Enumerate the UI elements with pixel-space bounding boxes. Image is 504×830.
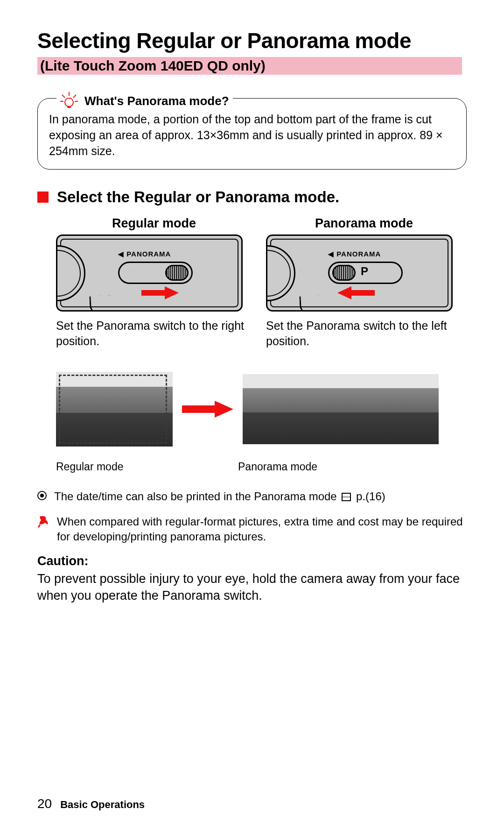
panorama-label: ◀ PANORAMA [328, 250, 381, 258]
page-number: 20 [37, 796, 52, 811]
page-ref-icon [342, 490, 351, 505]
svg-point-0 [65, 98, 73, 106]
regular-photo [56, 372, 173, 447]
regular-mode-heading: Regular mode [56, 216, 252, 231]
red-square-icon [37, 192, 49, 203]
note-cost-text: When compared with regular-format pictur… [57, 514, 471, 545]
caution-block: Caution: To prevent possible injury to y… [37, 554, 471, 604]
section-heading-row: Select the Regular or Panorama mode. [37, 188, 471, 206]
tip-body: In panorama mode, a portion of the top a… [49, 112, 455, 159]
note-date: The date/time can also be printed in the… [37, 489, 471, 505]
switch-knob [165, 265, 189, 281]
tip-box: What's Panorama mode? In panorama mode, … [37, 98, 467, 170]
caution-heading: Caution: [37, 554, 471, 568]
photo-comparison-row [56, 372, 471, 447]
lightbulb-icon [58, 90, 80, 112]
panorama-photo [243, 374, 439, 444]
page-footer: 20 Basic Operations [37, 796, 145, 811]
p-mark: P [361, 265, 368, 278]
caution-body: To prevent possible injury to your eye, … [37, 570, 471, 604]
bullet-icon [37, 491, 47, 500]
pushpin-icon [37, 514, 49, 545]
switch-knob [332, 265, 356, 281]
panorama-camera-diagram: ◀ PANORAMA P [266, 234, 453, 312]
svg-line-3 [73, 95, 76, 98]
panorama-switch [118, 262, 193, 284]
panorama-caption: Set the Panorama switch to the left posi… [266, 318, 462, 348]
tip-heading: What's Panorama mode? [84, 94, 229, 108]
note-date-text-pre: The date/time can also be printed in the… [54, 490, 340, 503]
regular-photo-label: Regular mode [56, 461, 238, 473]
panorama-mode-heading: Panorama mode [266, 216, 462, 231]
panorama-label: ◀ PANORAMA [118, 250, 171, 258]
crop-outline [59, 375, 167, 444]
regular-mode-column: Regular mode ◀ PANORAMA Set the Panorama… [56, 216, 252, 358]
regular-camera-diagram: ◀ PANORAMA [56, 234, 243, 312]
regular-caption: Set the Panorama switch to the right pos… [56, 318, 252, 348]
panorama-photo-label: Panorama mode [238, 461, 317, 473]
svg-line-2 [62, 95, 65, 98]
note-date-text-post: p.(16) [353, 490, 385, 503]
panorama-mode-column: Panorama mode ◀ PANORAMA P Set the Panor… [266, 216, 462, 358]
arrow-right-icon [182, 401, 233, 418]
page-subtitle: (Lite Touch Zoom 140ED QD only) [37, 57, 462, 75]
note-cost: When compared with regular-format pictur… [37, 514, 471, 545]
section-heading: Select the Regular or Panorama mode. [57, 188, 339, 206]
chapter-name: Basic Operations [60, 799, 145, 811]
page-title: Selecting Regular or Panorama mode [37, 28, 471, 53]
